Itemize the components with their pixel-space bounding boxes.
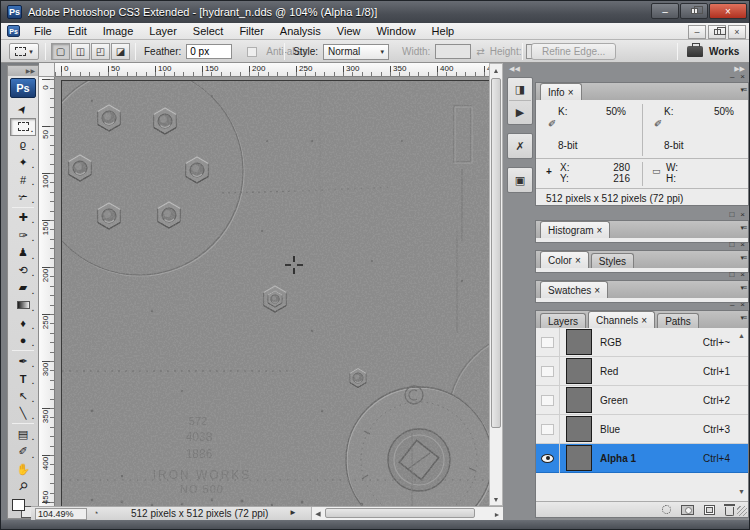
tab-styles[interactable]: Styles — [591, 253, 634, 268]
vertical-scrollbar[interactable]: ▲ ▼ — [489, 63, 503, 506]
panel-minimize-icon[interactable]: – — [730, 72, 734, 81]
horizontal-ruler[interactable]: 0 50 100 150 200 250 300 350 400 450 500 — [55, 63, 503, 77]
antialias-checkbox[interactable] — [247, 47, 257, 57]
layer-comps-panel-button[interactable]: ▣ — [509, 169, 531, 191]
vertical-ruler[interactable]: 0 50 100 150 200 250 300 350 400 450 — [39, 77, 55, 506]
ruler-origin[interactable] — [39, 63, 55, 77]
refine-edge-button[interactable]: Refine Edge... — [531, 43, 616, 60]
new-channel-button[interactable] — [704, 505, 715, 515]
selection-subtract-button[interactable]: ◰ — [91, 43, 110, 60]
tab-paths[interactable]: Paths — [657, 313, 699, 328]
doc-restore-button[interactable] — [708, 25, 726, 39]
panel-collapse-icon[interactable]: □ — [729, 210, 734, 219]
panel-close-icon[interactable]: × — [740, 270, 745, 279]
tool-path-selection[interactable]: ↖▪ — [10, 387, 36, 405]
visibility-toggle[interactable] — [536, 328, 560, 357]
dock-collapse-left[interactable]: ◀◀ — [509, 65, 520, 73]
menu-select[interactable]: Select — [185, 24, 232, 38]
channel-row-alpha1[interactable]: Alpha 1 Ctrl+4 — [536, 444, 748, 473]
tool-eraser[interactable]: ▰▪ — [10, 279, 36, 297]
tool-crop[interactable]: #▪ — [10, 171, 36, 189]
tool-hand[interactable]: ✋ — [10, 461, 36, 479]
tool-magic-wand[interactable]: ✦▪ — [10, 153, 36, 171]
resize-grip[interactable] — [737, 506, 747, 516]
tool-blur[interactable]: ♦▪ — [10, 314, 36, 332]
scroll-down-arrow[interactable]: ▼ — [490, 493, 502, 505]
tab-layers[interactable]: Layers — [540, 313, 586, 328]
tab-color[interactable]: Color× — [540, 251, 589, 268]
panel-minimize-icon[interactable]: – — [730, 300, 734, 309]
save-selection-button[interactable] — [681, 505, 694, 515]
actions-panel-button[interactable]: ▶ — [509, 101, 531, 123]
feather-input[interactable] — [186, 44, 232, 59]
tool-clone-stamp[interactable]: ♟▪ — [10, 244, 36, 262]
list-scroll-down[interactable]: ▼ — [738, 488, 745, 495]
visibility-toggle[interactable] — [536, 415, 560, 444]
channel-row-green[interactable]: Green Ctrl+2 — [536, 386, 748, 415]
menu-file[interactable]: File — [26, 24, 60, 38]
tool-rect-marquee[interactable]: ▪ — [10, 118, 36, 136]
scroll-right-arrow[interactable]: ► — [491, 508, 503, 520]
tool-dodge[interactable]: ●▪ — [10, 332, 36, 350]
style-select[interactable]: Normal ▾ — [323, 44, 389, 60]
panel-flyout-icon[interactable]: ▾≡ — [740, 86, 746, 94]
tab-info[interactable]: Info× — [540, 83, 582, 100]
menu-analysis[interactable]: Analysis — [272, 24, 329, 38]
panel-flyout-icon[interactable]: ▾≡ — [740, 224, 746, 232]
tool-type[interactable]: T▪ — [10, 370, 36, 388]
status-popup-arrow[interactable]: ► — [289, 508, 297, 517]
timer-icon[interactable]: ◔ — [93, 508, 98, 518]
tool-preset-picker[interactable]: ▾ — [9, 43, 39, 60]
canvas[interactable]: 572 4038 1886 IRON WORKS NO 500 — [61, 80, 489, 506]
panel-close-icon[interactable]: × — [740, 210, 745, 219]
menu-view[interactable]: View — [329, 24, 369, 38]
minimize-button[interactable]: – — [651, 3, 679, 19]
tab-close-icon[interactable]: × — [575, 255, 581, 266]
hscroll-thumb[interactable] — [325, 508, 475, 518]
zoom-level-field[interactable]: 104.49% — [35, 508, 87, 520]
toolbox-collapse[interactable]: ▶▶ — [8, 66, 38, 76]
selection-new-button[interactable]: ▢ — [51, 43, 70, 60]
visibility-toggle[interactable] — [536, 357, 560, 386]
menu-help[interactable]: Help — [424, 24, 463, 38]
tool-eyedropper[interactable]: ✐▪ — [10, 443, 36, 461]
close-button[interactable]: × — [709, 3, 747, 19]
panel-flyout-icon[interactable]: ▾≡ — [740, 284, 746, 292]
tab-close-icon[interactable]: × — [594, 285, 600, 296]
tab-close-icon[interactable]: × — [597, 225, 603, 236]
menu-window[interactable]: Window — [368, 24, 423, 38]
tool-slice[interactable]: ✃▪ — [10, 188, 36, 206]
workspace-label[interactable]: Works — [709, 46, 739, 57]
scroll-up-arrow[interactable]: ▲ — [490, 64, 502, 76]
menu-filter[interactable]: Filter — [231, 24, 271, 38]
width-input[interactable] — [435, 44, 471, 59]
vscroll-thumb[interactable] — [491, 78, 501, 428]
panel-collapse-icon[interactable]: □ — [729, 270, 734, 279]
menu-edit[interactable]: Edit — [60, 24, 95, 38]
visibility-toggle[interactable] — [536, 386, 560, 415]
tool-spot-healing[interactable]: ✚▪ — [10, 209, 36, 227]
panel-close-icon[interactable]: × — [740, 72, 745, 81]
title-bar[interactable]: Ps Adobe Photoshop CS3 Extended - [hydra… — [1, 1, 750, 23]
tool-presets-panel-button[interactable]: ✗ — [509, 135, 531, 157]
foreground-color[interactable] — [12, 499, 25, 511]
selection-intersect-button[interactable]: ◪ — [111, 43, 130, 60]
tool-line[interactable]: ╲▪ — [10, 405, 36, 423]
channel-row-blue[interactable]: Blue Ctrl+3 — [536, 415, 748, 444]
load-selection-button[interactable] — [662, 505, 671, 514]
scroll-left-arrow[interactable]: ◀ — [312, 508, 324, 520]
history-panel-button[interactable]: ◨ — [509, 79, 531, 101]
menu-image[interactable]: Image — [95, 24, 142, 38]
panel-collapse-icon[interactable]: □ — [729, 240, 734, 249]
channel-row-red[interactable]: Red Ctrl+1 — [536, 357, 748, 386]
tool-zoom[interactable]: ⚲ — [10, 478, 36, 496]
tool-notes[interactable]: ▤▪ — [10, 425, 36, 443]
tool-move[interactable]: ➤ — [10, 101, 36, 119]
menu-layer[interactable]: Layer — [141, 24, 185, 38]
panel-close-icon[interactable]: × — [740, 300, 745, 309]
tab-close-icon[interactable]: × — [568, 87, 574, 98]
tab-channels[interactable]: Channels× — [588, 311, 655, 328]
document-icon[interactable]: Ps — [7, 25, 20, 37]
tab-close-icon[interactable]: × — [641, 315, 647, 326]
tool-lasso[interactable]: ϱ▪ — [10, 136, 36, 154]
